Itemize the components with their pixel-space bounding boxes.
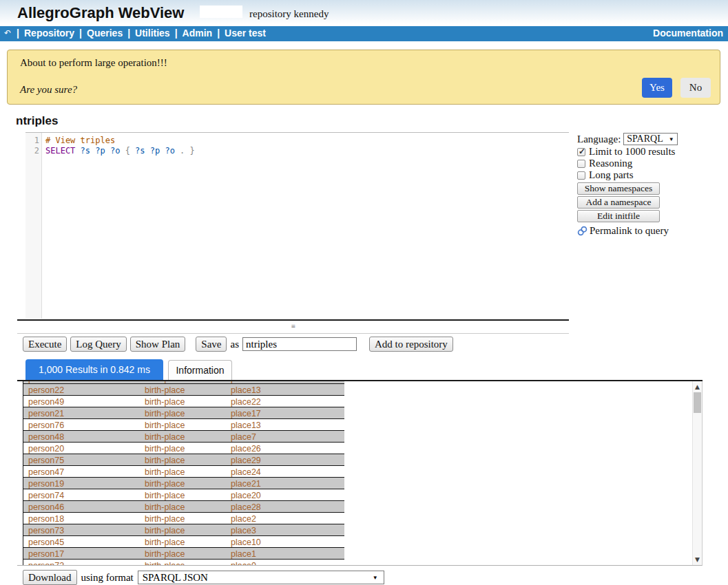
- save-button[interactable]: Save: [196, 337, 227, 352]
- nav-item-utilities[interactable]: Utilities: [135, 28, 170, 39]
- table-row: person46birth-placeplace28: [23, 501, 344, 513]
- table-cell[interactable]: person22: [23, 384, 140, 395]
- table-cell[interactable]: person18: [23, 513, 140, 524]
- checkbox-label: Long parts: [589, 169, 634, 181]
- table-cell[interactable]: place24: [226, 466, 344, 477]
- scroll-down-icon[interactable]: ▼: [693, 556, 702, 563]
- results-tabs: 1,000 Results in 0.842 msInformation: [25, 359, 232, 380]
- table-cell[interactable]: birth-place: [140, 384, 226, 395]
- table-cell[interactable]: person48: [23, 431, 140, 442]
- table-cell[interactable]: person73: [23, 524, 140, 535]
- resize-grip-icon: ≡: [291, 322, 295, 330]
- table-cell[interactable]: birth-place: [140, 407, 226, 418]
- table-cell[interactable]: place10: [226, 536, 344, 547]
- tab-information[interactable]: Information: [168, 360, 232, 380]
- option-row: Long parts: [577, 169, 723, 181]
- table-row: person45birth-placeplace10: [23, 536, 344, 548]
- table-cell[interactable]: place17: [226, 407, 344, 418]
- table-row: person74birth-placeplace20: [23, 489, 344, 501]
- table-cell[interactable]: birth-place: [140, 548, 226, 559]
- add-to-repository-button[interactable]: Add to repository: [369, 337, 453, 352]
- table-cell[interactable]: person45: [23, 536, 140, 547]
- table-cell[interactable]: person21: [23, 407, 140, 418]
- nav-separator: |: [175, 28, 178, 39]
- nav-item-admin[interactable]: Admin: [183, 28, 213, 39]
- chevron-down-icon: ▼: [373, 575, 378, 581]
- table-cell[interactable]: birth-place: [140, 513, 226, 524]
- table-cell[interactable]: birth-place: [140, 443, 226, 454]
- add-a-namespace-button[interactable]: Add a namespace: [577, 196, 660, 209]
- table-cell[interactable]: person20: [23, 443, 140, 454]
- table-cell[interactable]: birth-place: [140, 478, 226, 489]
- checkbox-long-parts[interactable]: [577, 171, 585, 180]
- table-cell[interactable]: birth-place: [140, 431, 226, 442]
- execute-button[interactable]: Execute: [23, 337, 67, 352]
- table-cell[interactable]: place22: [226, 396, 344, 407]
- table-cell[interactable]: person17: [23, 548, 140, 559]
- warning-dialog: About to perform large operation!!! Are …: [7, 50, 720, 105]
- checkbox-limit-to-1000-results[interactable]: [577, 148, 585, 156]
- table-cell[interactable]: person49: [23, 396, 140, 407]
- checkbox-reasoning[interactable]: [577, 160, 585, 168]
- show-plan-button[interactable]: Show Plan: [130, 337, 186, 352]
- tab-results[interactable]: 1,000 Results in 0.842 ms: [25, 359, 163, 380]
- table-cell[interactable]: person76: [23, 419, 140, 430]
- table-cell[interactable]: place29: [226, 454, 344, 465]
- table-cell[interactable]: place26: [226, 443, 344, 454]
- table-cell[interactable]: birth-place: [140, 419, 226, 430]
- table-cell[interactable]: place1: [226, 548, 344, 559]
- query-editor[interactable]: 12 # View triplesSELECT ?s ?p ?o { ?s ?p…: [25, 132, 569, 319]
- table-row: person48birth-placeplace7: [23, 431, 344, 443]
- table-cell[interactable]: place21: [226, 478, 344, 489]
- table-cell[interactable]: place20: [226, 489, 344, 500]
- save-name-input[interactable]: [242, 337, 357, 351]
- table-cell[interactable]: birth-place: [140, 501, 226, 512]
- download-button[interactable]: Download: [23, 570, 77, 585]
- nav-item-repository[interactable]: Repository: [24, 28, 74, 39]
- table-cell[interactable]: place2: [226, 513, 344, 524]
- table-cell[interactable]: person75: [23, 454, 140, 465]
- table-row: person17birth-placeplace1: [23, 548, 344, 560]
- editor-code[interactable]: # View triplesSELECT ?s ?p ?o { ?s ?p ?o…: [42, 133, 195, 319]
- table-cell[interactable]: place3: [226, 524, 344, 535]
- format-label: using format: [81, 572, 134, 584]
- back-icon[interactable]: ↶: [4, 28, 11, 38]
- table-cell[interactable]: place13: [226, 384, 344, 395]
- table-cell[interactable]: birth-place: [140, 466, 226, 477]
- format-select[interactable]: SPARQL JSON ▼: [138, 571, 384, 584]
- table-cell[interactable]: birth-place: [140, 396, 226, 407]
- editor-resize-handle[interactable]: ≡: [17, 319, 569, 334]
- nav-documentation[interactable]: Documentation: [653, 28, 723, 39]
- option-row: Reasoning: [577, 158, 723, 169]
- permalink-to-query[interactable]: Permalink to query: [590, 225, 669, 237]
- table-cell[interactable]: place7: [226, 431, 344, 442]
- results-scrollbar[interactable]: ▲ ▼: [692, 381, 702, 565]
- nav-item-queries[interactable]: Queries: [87, 28, 123, 39]
- table-cell[interactable]: birth-place: [140, 560, 226, 566]
- yes-button[interactable]: Yes: [642, 78, 672, 98]
- show-namespaces-button[interactable]: Show namespaces: [577, 182, 660, 195]
- table-cell[interactable]: birth-place: [140, 489, 226, 500]
- table-cell[interactable]: person72: [23, 560, 140, 566]
- nav-item-user-test[interactable]: User test: [225, 28, 266, 39]
- table-cell[interactable]: place28: [226, 501, 344, 512]
- scroll-up-icon[interactable]: ▲: [693, 383, 702, 390]
- results-table: person50birth-placeplace9person22birth-p…: [23, 381, 344, 566]
- table-cell[interactable]: birth-place: [140, 454, 226, 465]
- table-cell[interactable]: person47: [23, 466, 140, 477]
- scrollbar-thumb[interactable]: [694, 392, 701, 413]
- table-cell[interactable]: birth-place: [140, 524, 226, 535]
- table-cell[interactable]: person46: [23, 501, 140, 512]
- table-cell[interactable]: place13: [226, 419, 344, 430]
- table-cell[interactable]: person19: [23, 478, 140, 489]
- table-cell[interactable]: person74: [23, 489, 140, 500]
- no-button[interactable]: No: [680, 78, 711, 98]
- table-cell[interactable]: place0: [226, 560, 344, 566]
- log-query-button[interactable]: Log Query: [70, 337, 126, 352]
- edit-initfile-button[interactable]: Edit initfile: [577, 210, 660, 222]
- results-panel: person50birth-placeplace9person22birth-p…: [17, 381, 703, 566]
- table-row: person47birth-placeplace24: [23, 466, 344, 478]
- language-select[interactable]: SPARQL ▼: [623, 133, 677, 145]
- table-cell[interactable]: birth-place: [140, 536, 226, 547]
- editor-gutter: 12: [25, 133, 42, 319]
